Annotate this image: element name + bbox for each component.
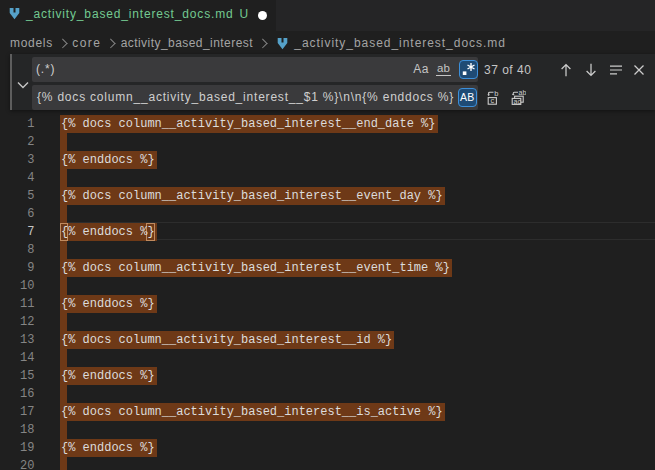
svg-text:ac: ac xyxy=(514,98,522,105)
svg-text:ab: ab xyxy=(519,90,526,96)
svg-text:c: c xyxy=(490,96,494,105)
svg-text:b: b xyxy=(494,90,498,98)
